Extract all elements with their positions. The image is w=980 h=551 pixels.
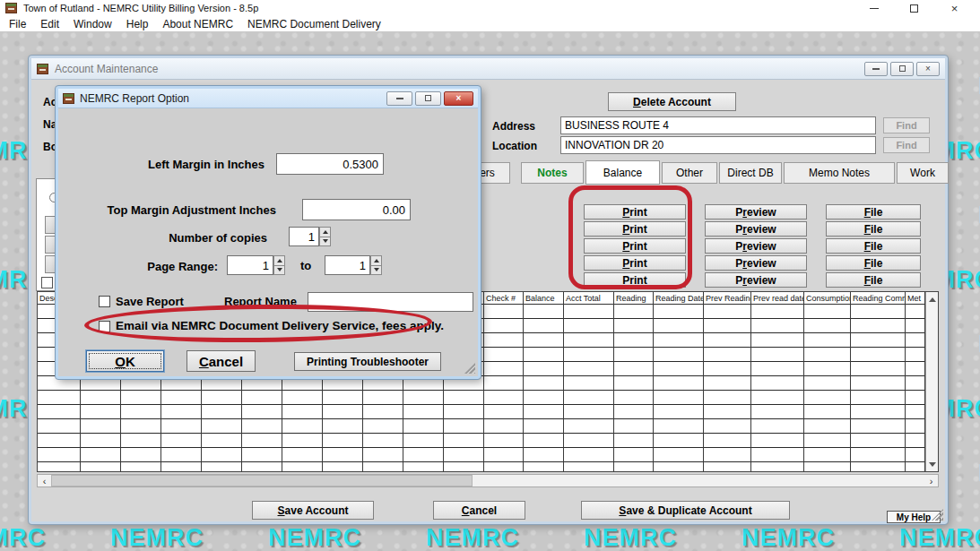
location-find-button[interactable]: Find [883,137,930,153]
print-button[interactable]: Print [584,221,686,237]
print-button[interactable]: Print [584,272,686,288]
restore-icon[interactable] [415,91,441,106]
spin-up-icon[interactable] [273,255,285,265]
report-name-field-wrap [308,292,473,312]
my-help-button[interactable]: My Help [887,511,941,523]
minimize-icon[interactable] [864,62,888,76]
page-from-spinner [227,255,285,275]
save-report-checkbox[interactable] [99,296,110,307]
location-input[interactable] [560,136,876,154]
tab-work[interactable]: Work [897,162,949,184]
watermark-text: NEMRC [268,524,361,551]
copies-spinner [289,227,331,246]
spin-down-icon[interactable] [370,265,382,276]
hscroll-thumb[interactable] [51,475,473,486]
nemrc-report-option-dialog: NEMRC Report Option × Left Margin in Inc… [56,86,481,379]
print-button[interactable]: Print [584,204,686,220]
address-find-button[interactable]: Find [883,117,930,133]
col-header: Met [906,292,924,305]
col-header: Reading Date [654,292,703,305]
side-checkbox[interactable] [41,277,53,288]
preview-button[interactable]: Preview [705,204,807,220]
scroll-right-icon[interactable]: › [924,475,938,486]
print-button[interactable]: Print [584,255,686,271]
horizontal-scrollbar[interactable]: ‹ › [37,474,939,487]
scroll-up-icon[interactable] [927,294,938,305]
close-icon[interactable]: × [934,0,975,16]
print-button[interactable]: Print [584,238,686,254]
file-button[interactable]: File [826,221,921,237]
close-icon[interactable]: × [916,62,940,76]
cancel-button[interactable]: Cancel [433,501,525,520]
page-to-spinner [325,255,382,275]
hscroll-track[interactable] [51,475,924,486]
col-header: Reading [614,292,653,305]
top-margin-input[interactable] [302,199,411,220]
watermark-text: NEMRC [899,524,980,551]
address-field-wrap [560,116,876,134]
menu-nemrc-document-delivery[interactable]: NEMRC Document Delivery [240,17,388,31]
file-button[interactable]: File [826,204,921,220]
menu-about-nemrc[interactable]: About NEMRC [155,17,240,31]
spin-down-icon[interactable] [273,265,285,276]
dialog-title: NEMRC Report Option [80,92,189,105]
app-icon [5,3,17,13]
tab-memo-notes[interactable]: Memo Notes [784,162,895,184]
col-header: Prev Reading [704,292,750,305]
save-account-button[interactable]: Save Account [252,501,374,520]
page-range-label: Page Range: [82,260,218,273]
report-buttons-grid: PrintPreviewFile PrintPreviewFile PrintP… [584,204,921,289]
page-to-input[interactable] [325,255,370,275]
vertical-scrollbar[interactable] [925,292,938,471]
menu-edit[interactable]: Edit [33,17,66,31]
spin-up-icon[interactable] [370,255,382,265]
top-margin-label: Top Margin Adjustment Inches [85,203,276,217]
save-duplicate-account-button[interactable]: Save & Duplicate Account [581,501,790,520]
report-name-label: Report Name [224,295,297,308]
file-button[interactable]: File [826,272,921,288]
tab-notes[interactable]: Notes [521,162,584,184]
page-from-input[interactable] [227,255,273,275]
menu-help[interactable]: Help [119,17,156,31]
report-name-input[interactable] [308,292,473,312]
spin-down-icon[interactable] [319,237,331,247]
printing-troubleshooter-button[interactable]: Printing Troubleshooter [294,352,441,371]
top-margin-field-wrap [302,199,411,220]
close-icon[interactable]: × [444,91,473,106]
tab-balance[interactable]: Balance [585,160,660,185]
address-input[interactable] [560,116,876,134]
minimize-icon[interactable] [386,91,412,106]
ok-button[interactable]: OK [86,350,164,372]
menu-file[interactable]: File [2,17,33,31]
preview-button[interactable]: Preview [705,238,807,254]
preview-button[interactable]: Preview [705,255,807,271]
tab-direct-db[interactable]: Direct DB [719,162,782,184]
col-header: Check # [484,292,523,305]
spin-up-icon[interactable] [319,227,331,237]
col-header: Acct Total [564,292,613,305]
copies-label: Number of copies [112,231,267,245]
scroll-left-icon[interactable]: ‹ [38,475,51,486]
email-delivery-checkbox[interactable] [99,321,110,332]
left-margin-input[interactable] [276,153,384,175]
preview-button[interactable]: Preview [705,221,807,237]
file-button[interactable]: File [826,238,921,254]
left-margin-label: Left Margin in Inches [94,158,265,171]
scroll-down-icon[interactable] [927,459,938,469]
delete-account-button[interactable]: Delete Account [608,92,736,111]
menu-window[interactable]: Window [66,17,119,31]
restore-icon[interactable] [890,62,914,76]
watermark-text: NEMRC [0,524,46,551]
preview-button[interactable]: Preview [705,272,807,288]
tab-other[interactable]: Other [662,162,717,184]
save-report-label: Save Report [116,295,184,308]
dialog-cancel-button[interactable]: Cancel [186,350,256,372]
watermark-text: NEMRC [742,524,835,551]
minimize-icon[interactable] [854,0,894,16]
location-label: Location [492,140,537,152]
restore-icon[interactable] [894,0,934,16]
file-button[interactable]: File [826,255,921,271]
copies-input[interactable] [289,227,319,246]
dialog-resize-grip[interactable] [464,363,475,374]
app-window-controls: × [854,0,975,16]
